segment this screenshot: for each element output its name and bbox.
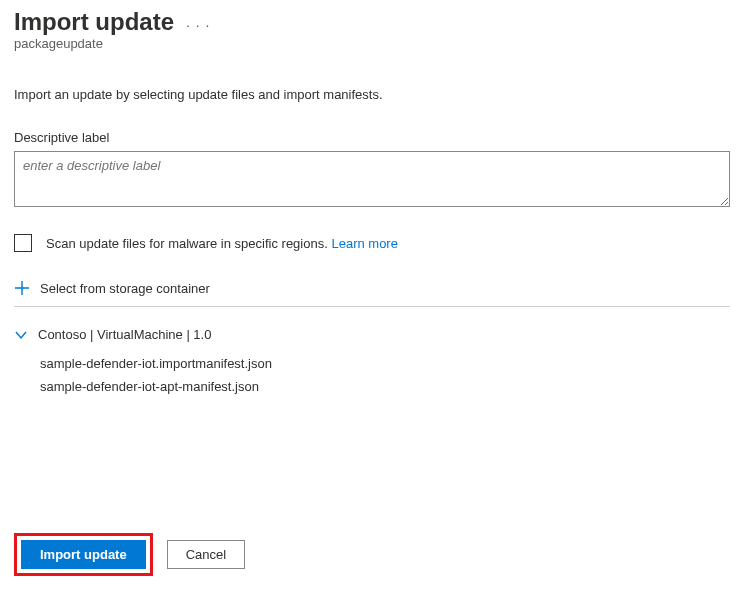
import-button-highlight: Import update — [14, 533, 153, 576]
more-icon[interactable]: · · · — [186, 11, 210, 33]
file-list: sample-defender-iot.importmanifest.json … — [40, 352, 738, 398]
scan-checkbox[interactable] — [14, 234, 32, 252]
descriptive-label: Descriptive label — [14, 130, 738, 145]
learn-more-link[interactable]: Learn more — [331, 236, 397, 251]
select-storage-label: Select from storage container — [40, 281, 210, 296]
page-subtitle: packageupdate — [14, 36, 738, 51]
page-title: Import update — [14, 8, 174, 36]
import-button[interactable]: Import update — [21, 540, 146, 569]
list-item: sample-defender-iot.importmanifest.json — [40, 352, 738, 375]
descriptive-input[interactable] — [14, 151, 730, 207]
cancel-button[interactable]: Cancel — [167, 540, 245, 569]
tree-node[interactable]: Contoso | VirtualMachine | 1.0 — [14, 327, 738, 342]
tree-node-label: Contoso | VirtualMachine | 1.0 — [38, 327, 211, 342]
divider — [14, 306, 730, 307]
select-storage-button[interactable]: Select from storage container — [14, 280, 738, 296]
plus-icon — [14, 280, 30, 296]
chevron-down-icon — [14, 328, 28, 342]
scan-checkbox-label: Scan update files for malware in specifi… — [46, 236, 398, 251]
intro-text: Import an update by selecting update fil… — [14, 87, 738, 102]
scan-label-text: Scan update files for malware in specifi… — [46, 236, 328, 251]
list-item: sample-defender-iot-apt-manifest.json — [40, 375, 738, 398]
